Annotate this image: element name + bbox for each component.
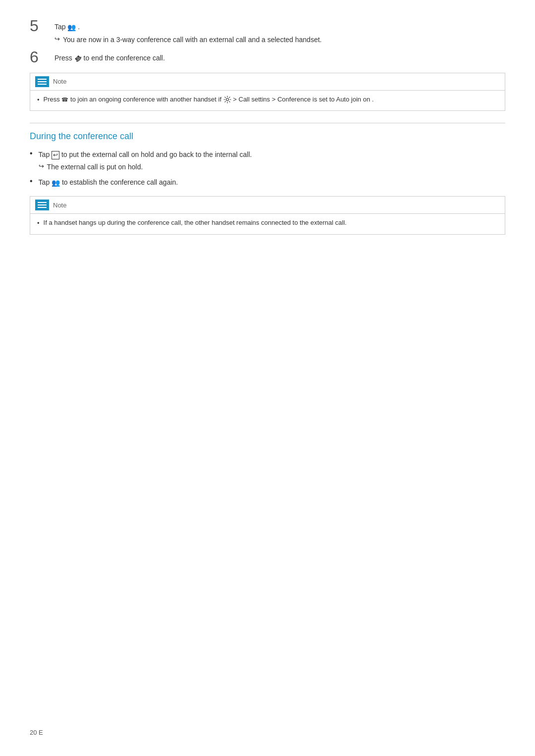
- note-icon-line-2: [38, 81, 47, 82]
- bullet-1-arrow: ↪ The external call is put on hold.: [39, 162, 505, 172]
- bullet-content-2: Tap 👥 to establish the conference call a…: [39, 177, 505, 188]
- step-5-text: Tap 👥 .: [54, 22, 505, 33]
- bullet-dot-2: •: [37, 218, 40, 228]
- note-bullet-text-1: Press ☎ to join an ongoing conference wi…: [44, 95, 498, 104]
- note-icon-line-1: [38, 79, 47, 80]
- note-header-2: N ote: [30, 197, 505, 213]
- note-icon-2: [35, 200, 49, 210]
- page-footer: 20 E: [30, 729, 43, 736]
- note-label-1: N: [53, 78, 57, 85]
- bullet-marker-1: •: [30, 149, 33, 158]
- bullet-marker-2: •: [30, 177, 33, 186]
- svg-point-0: [226, 99, 228, 101]
- bullet-main-text-1: Tap ↩ to put the external call on hold a…: [39, 150, 505, 160]
- step-number-6: 6: [30, 49, 54, 65]
- bullet-dot-1: •: [37, 95, 40, 105]
- step-6: 6 Press ☎ to end the conference call.: [30, 51, 505, 65]
- bullet-item-2: • Tap 👥 to establish the conference call…: [30, 177, 505, 188]
- conference-icon-step5: 👥: [67, 22, 76, 33]
- conference-icon-bullet2: 👥: [52, 178, 60, 188]
- bullet-list: • Tap ↩ to put the external call on hold…: [30, 150, 505, 188]
- note-icon-line-5: [38, 204, 47, 205]
- bullet-item-1: • Tap ↩ to put the external call on hold…: [30, 150, 505, 172]
- note-icon-1: [35, 76, 49, 87]
- step-5: 5 Tap 👥 . ↪ You are now in a 3-way confe…: [30, 20, 505, 45]
- section-divider: [30, 123, 505, 123]
- note-body-1: • Press ☎ to join an ongoing conference …: [30, 90, 505, 111]
- bullet-1-arrow-text: The external call is put on hold.: [47, 162, 143, 172]
- note-icon-line-4: [38, 202, 47, 203]
- end-call-icon-step6: ☎: [72, 52, 84, 64]
- arrow-symbol-5: ↪: [54, 35, 60, 43]
- bullet-main-text-2: Tap 👥 to establish the conference call a…: [39, 177, 505, 188]
- note-label-2: N: [53, 202, 57, 209]
- note-icon-line-3: [38, 84, 47, 85]
- note-bullet-1: • Press ☎ to join an ongoing conference …: [37, 95, 498, 105]
- note-header-1: N ote: [30, 73, 505, 90]
- note-label-2b: ote: [57, 202, 66, 209]
- hold-icon-bullet1: ↩: [52, 151, 59, 159]
- bullet-content-1: Tap ↩ to put the external call on hold a…: [39, 150, 505, 172]
- note-icon-line-6: [38, 207, 47, 208]
- note-box-2: N ote • If a handset hangs up during the…: [30, 196, 505, 235]
- note-bullet-2: • If a handset hangs up during the confe…: [37, 218, 498, 228]
- language-code: E: [39, 729, 43, 736]
- note-label-1b: ote: [57, 78, 66, 85]
- note-body-2: • If a handset hangs up during the confe…: [30, 213, 505, 234]
- note-bullet-text-2: If a handset hangs up during the confere…: [44, 218, 498, 228]
- section-heading: During the conference call: [30, 131, 505, 142]
- note-box-1: N ote • Press ☎ to join an ongoing confe…: [30, 73, 505, 111]
- settings-icon-note1: [223, 96, 231, 103]
- step-5-arrow-text: You are now in a 3-way conference call w…: [63, 35, 321, 45]
- step-number-5: 5: [30, 18, 54, 34]
- tap-call-icon-note1: ☎: [61, 96, 68, 104]
- page-number: 20: [30, 729, 37, 736]
- arrow-symbol-b1: ↪: [39, 162, 44, 170]
- step-5-arrow: ↪ You are now in a 3-way conference call…: [54, 35, 505, 45]
- step-6-text: Press ☎ to end the conference call.: [54, 53, 505, 63]
